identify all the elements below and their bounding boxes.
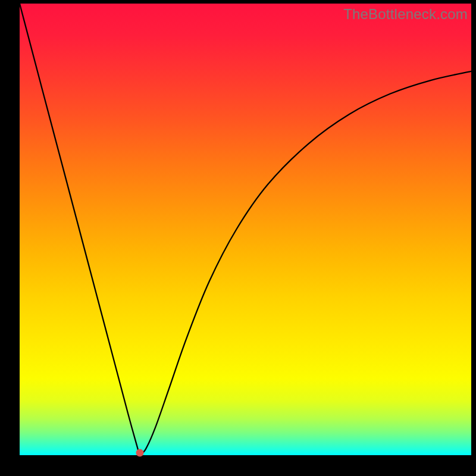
plot-area: TheBottleneck.com xyxy=(20,4,471,455)
curve-layer xyxy=(20,4,471,455)
chart-frame: TheBottleneck.com xyxy=(0,0,476,476)
min-point-marker xyxy=(136,449,143,457)
bottleneck-curve-path xyxy=(20,4,471,455)
